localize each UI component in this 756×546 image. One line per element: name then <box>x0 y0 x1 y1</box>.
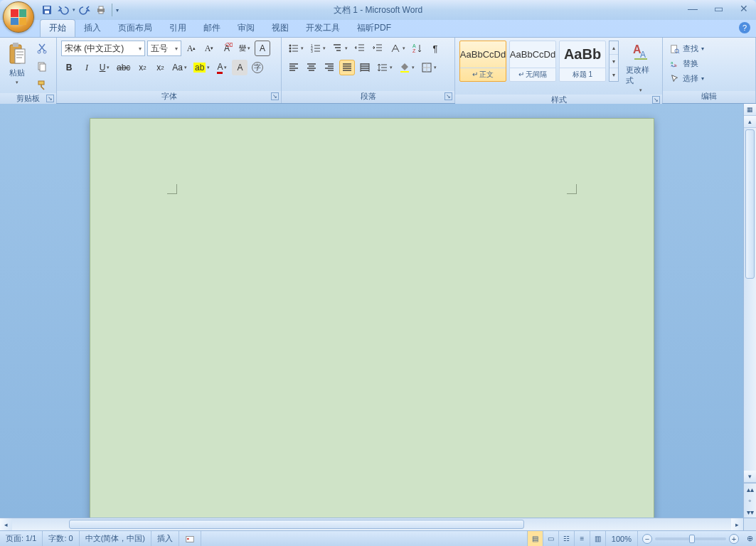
distributed-button[interactable] <box>357 60 373 75</box>
zoom-slider[interactable] <box>655 537 726 540</box>
tab-review[interactable]: 审阅 <box>229 20 263 37</box>
phonetic-guide-icon[interactable]: 變 <box>237 41 252 56</box>
help-icon[interactable]: ? <box>739 22 750 33</box>
shrink-font-icon[interactable]: A▾ <box>201 41 217 56</box>
tab-view[interactable]: 视图 <box>263 20 297 37</box>
page[interactable] <box>90 118 654 518</box>
tab-developer[interactable]: 开发工具 <box>297 20 348 37</box>
styles-dialog-launcher[interactable]: ↘ <box>652 96 660 104</box>
italic-button[interactable]: I <box>79 60 95 75</box>
increase-indent-button[interactable] <box>370 41 385 56</box>
format-painter-icon[interactable] <box>34 77 50 93</box>
undo-icon[interactable] <box>56 3 70 17</box>
view-print-layout[interactable]: ▤ <box>528 531 543 546</box>
subscript-button[interactable]: x2 <box>134 60 150 75</box>
save-icon[interactable] <box>40 3 54 17</box>
superscript-button[interactable]: x2 <box>152 60 168 75</box>
enclose-characters-icon[interactable]: 字 <box>250 60 265 75</box>
justify-button[interactable] <box>339 60 355 75</box>
status-word-count[interactable]: 字数: 0 <box>43 531 79 546</box>
view-full-screen[interactable]: ▭ <box>543 531 559 546</box>
character-shading-icon[interactable]: A <box>232 60 247 75</box>
maximize-button[interactable]: ▭ <box>710 2 726 15</box>
paragraph-dialog-launcher[interactable]: ↘ <box>444 92 452 100</box>
redo-icon[interactable] <box>78 3 92 17</box>
style-normal[interactable]: AaBbCcDd ↵ 正文 <box>459 41 506 82</box>
style-gallery-scroll[interactable]: ▴▾▾ <box>609 41 619 82</box>
style-no-spacing[interactable]: AaBbCcDd ↵ 无间隔 <box>509 41 556 82</box>
scroll-left-icon[interactable]: ◂ <box>0 518 12 530</box>
borders-button[interactable] <box>419 60 439 75</box>
svg-text:a: a <box>671 60 674 65</box>
multilevel-list-button[interactable] <box>330 41 350 56</box>
clipboard-dialog-launcher[interactable]: ↘ <box>46 95 54 102</box>
view-draft[interactable]: ▥ <box>590 531 606 546</box>
tab-home[interactable]: 开始 <box>40 19 75 37</box>
close-button[interactable]: ✕ <box>736 2 752 15</box>
strikethrough-button[interactable]: abc <box>115 60 132 75</box>
find-button[interactable]: 查找 <box>667 42 707 55</box>
view-outline[interactable]: ≡ <box>575 531 590 546</box>
font-color-button[interactable]: A <box>214 60 230 75</box>
minimize-button[interactable]: — <box>685 2 701 15</box>
quick-print-icon[interactable] <box>94 3 108 17</box>
status-page[interactable]: 页面: 1/1 <box>0 531 43 546</box>
tab-foxit-pdf[interactable]: 福昕PDF <box>348 20 400 37</box>
tab-references[interactable]: 引用 <box>161 20 195 37</box>
next-page-icon[interactable]: ▾▾ <box>744 506 756 518</box>
select-button[interactable]: 选择 <box>667 72 707 85</box>
bullets-button[interactable] <box>286 41 306 56</box>
change-styles-button[interactable]: AA 更改样式 ▾ <box>623 41 658 95</box>
ruler-toggle-icon[interactable]: ▦ <box>744 104 756 116</box>
zoom-in-button[interactable]: + <box>729 534 739 544</box>
style-heading-1[interactable]: AaBb 标题 1 <box>559 41 606 82</box>
font-name-combo[interactable]: 宋体 (中文正文)▾ <box>61 41 145 56</box>
font-dialog-launcher[interactable]: ↘ <box>271 92 279 100</box>
shading-button[interactable] <box>397 60 417 75</box>
vertical-scrollbar[interactable]: ▦ ▴ ▾ ▴▴ ◦ ▾▾ <box>743 104 756 518</box>
status-macro-icon[interactable] <box>179 531 201 546</box>
qat-customize-icon[interactable]: ▾ <box>116 7 119 14</box>
scroll-thumb[interactable] <box>745 129 755 279</box>
status-language[interactable]: 中文(简体，中国) <box>80 531 151 546</box>
copy-icon[interactable] <box>34 59 50 75</box>
cut-icon[interactable] <box>34 41 50 56</box>
view-web-layout[interactable]: ☷ <box>559 531 575 546</box>
paste-button[interactable]: 粘贴 ▾ <box>4 41 30 87</box>
zoom-out-button[interactable]: − <box>642 534 652 544</box>
replace-button[interactable]: ab替换 <box>667 57 707 70</box>
prev-page-icon[interactable]: ▴▴ <box>744 483 756 495</box>
align-left-button[interactable] <box>286 60 302 75</box>
change-case-button[interactable]: Aa <box>170 60 189 75</box>
align-center-button[interactable] <box>304 60 319 75</box>
hscroll-thumb[interactable] <box>69 520 524 529</box>
sort-button[interactable]: AZ <box>410 41 425 56</box>
svg-text:A: A <box>640 50 646 60</box>
show-marks-button[interactable]: ¶ <box>427 41 443 56</box>
bold-button[interactable]: B <box>61 60 77 75</box>
office-button[interactable] <box>3 1 34 33</box>
align-right-button[interactable] <box>321 60 337 75</box>
tab-mailings[interactable]: 邮件 <box>195 20 229 37</box>
scroll-right-icon[interactable]: ▸ <box>731 518 743 530</box>
horizontal-scrollbar[interactable]: ◂ ▸ <box>0 518 743 530</box>
select-browse-object-icon[interactable]: ◦ <box>744 495 756 506</box>
scroll-down-icon[interactable]: ▾ <box>744 471 756 483</box>
status-insert-mode[interactable]: 插入 <box>151 531 179 546</box>
character-border-icon[interactable]: A <box>255 41 270 56</box>
font-size-combo[interactable]: 五号▾ <box>147 41 181 56</box>
tab-insert[interactable]: 插入 <box>75 20 110 37</box>
line-spacing-button[interactable] <box>375 60 395 75</box>
zoom-level[interactable]: 100% <box>606 531 638 546</box>
decrease-indent-button[interactable] <box>352 41 368 56</box>
zoom-slider-knob[interactable] <box>689 535 695 543</box>
asian-layout-button[interactable] <box>388 41 408 56</box>
grow-font-icon[interactable]: A▴ <box>183 41 199 56</box>
zoom-fit-icon[interactable]: ⊕ <box>743 534 756 543</box>
scroll-up-icon[interactable]: ▴ <box>744 116 756 128</box>
clear-formatting-icon[interactable]: A⌫ <box>219 41 235 56</box>
underline-button[interactable]: U <box>97 60 112 75</box>
highlight-button[interactable]: ab <box>191 60 212 75</box>
numbering-button[interactable]: 123 <box>308 41 328 56</box>
tab-page-layout[interactable]: 页面布局 <box>110 20 161 37</box>
